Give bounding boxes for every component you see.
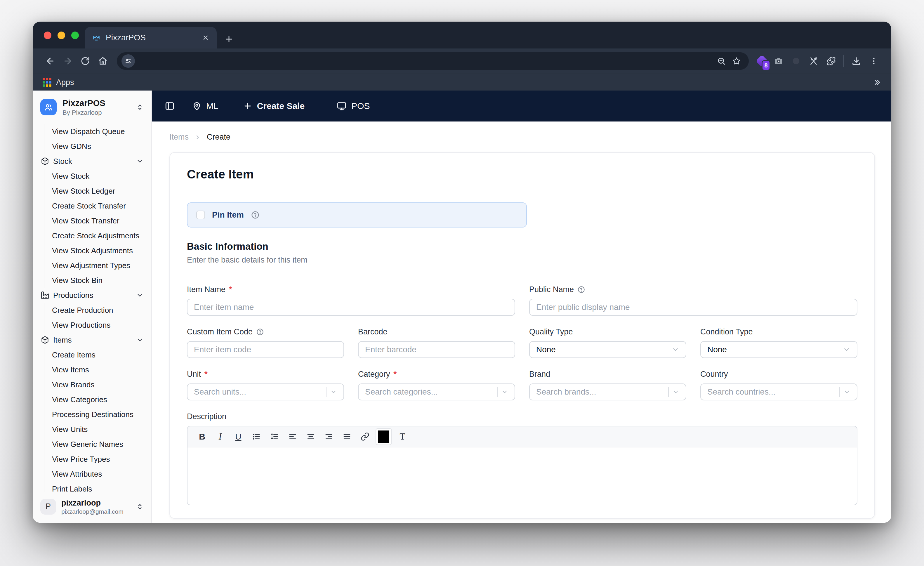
sidebar-item-view-attributes[interactable]: View Attributes (44, 467, 151, 482)
text-style-icon[interactable]: T (395, 429, 410, 444)
sidebar-item-view-stock-ledger[interactable]: View Stock Ledger (44, 184, 151, 198)
align-left-icon[interactable] (285, 429, 300, 444)
zoom-out-icon[interactable] (714, 53, 729, 69)
description-editor-body[interactable] (188, 447, 857, 504)
sidebar-item-create-stock-adjustments[interactable]: Create Stock Adjustments (44, 228, 151, 243)
sidebar-item-print-labels[interactable]: Print Labels (44, 482, 151, 492)
sidebar-item-view-stock[interactable]: View Stock (44, 169, 151, 184)
extensions-puzzle-icon[interactable] (822, 52, 840, 70)
field-public-name: Public Name (529, 285, 857, 316)
create-item-card: Create Item Pin Item Basic Information E… (170, 152, 875, 519)
sidebar-item-view-items[interactable]: View Items (44, 362, 151, 377)
brand-search-input[interactable] (536, 387, 664, 396)
sidebar-item-view-generic-names[interactable]: View Generic Names (44, 437, 151, 452)
unit-combobox[interactable] (187, 383, 344, 401)
quality-type-select[interactable]: None (529, 341, 686, 358)
sidebar-item-view-stock-transfer[interactable]: View Stock Transfer (44, 213, 151, 228)
back-icon[interactable] (42, 52, 59, 70)
underline-icon[interactable]: U (231, 429, 246, 444)
pin-item-box[interactable]: Pin Item (187, 203, 527, 228)
user-menu[interactable]: P pixzarloop pixzarloop@gmail.com (33, 492, 151, 523)
align-right-icon[interactable] (321, 429, 336, 444)
help-icon (578, 286, 585, 294)
bullet-list-icon[interactable] (249, 429, 264, 444)
sidebar-item-productions[interactable]: Productions (33, 288, 151, 303)
italic-icon[interactable]: I (213, 429, 228, 444)
address-bar[interactable] (117, 52, 749, 70)
fullscreen-window-button[interactable] (71, 32, 79, 39)
sidebar-item-view-units[interactable]: View Units (44, 422, 151, 437)
bookmark-apps[interactable]: Apps (56, 78, 74, 87)
bookmarks-overflow-icon[interactable] (873, 78, 881, 87)
disabled-extension-icon[interactable] (788, 52, 805, 70)
align-center-icon[interactable] (303, 429, 318, 444)
link-icon[interactable] (357, 429, 373, 444)
sidebar-item-view-productions[interactable]: View Productions (44, 318, 151, 333)
create-sale-button[interactable]: Create Sale (243, 101, 304, 111)
bookmark-star-icon[interactable] (729, 53, 744, 69)
workspace-switcher[interactable]: PixzarPOS By Pixzarloop (33, 90, 151, 122)
condition-type-select[interactable]: None (700, 341, 857, 358)
sidebar-item-view-price-types[interactable]: View Price Types (44, 452, 151, 467)
sidebar-item-view-adjustment-types[interactable]: View Adjustment Types (44, 258, 151, 273)
sidebar-item-view-stock-bin[interactable]: View Stock Bin (44, 273, 151, 288)
custom-item-code-input[interactable] (194, 345, 337, 354)
item-name-input[interactable] (194, 303, 508, 312)
category-search-input[interactable] (365, 387, 493, 396)
condition-type-label: Condition Type (700, 327, 753, 336)
required-asterisk: * (229, 285, 232, 294)
browser-menu-icon[interactable] (865, 52, 882, 70)
breadcrumb-items[interactable]: Items (170, 133, 189, 142)
sidebar: PixzarPOS By Pixzarloop View Dispatch Qu… (33, 90, 152, 523)
sidebar-item-view-stock-adjustments[interactable]: View Stock Adjustments (44, 243, 151, 258)
sidebar-item-items[interactable]: Items (33, 333, 151, 348)
country-combobox[interactable] (700, 383, 857, 401)
sidebar-item-create-production[interactable]: Create Production (44, 303, 151, 318)
sidebar-item-create-stock-transfer[interactable]: Create Stock Transfer (44, 198, 151, 213)
ordered-list-icon[interactable] (267, 429, 282, 444)
tab-close-icon[interactable] (202, 34, 209, 41)
unit-search-input[interactable] (194, 387, 322, 396)
package-icon (41, 336, 49, 344)
sidebar-item-label: View Stock Ledger (52, 187, 115, 196)
sidebar-item-processing-destinations[interactable]: Processing Destinations (44, 407, 151, 422)
sidebar-item-label: View Adjustment Types (52, 261, 130, 270)
editor-toolbar: BIUT (188, 426, 857, 447)
location-label: ML (206, 101, 219, 111)
brand-combobox[interactable] (529, 383, 686, 401)
color-swatch-icon[interactable] (375, 429, 392, 444)
pos-button[interactable]: POS (337, 101, 370, 111)
browser-tab[interactable]: PixzarPOS (85, 27, 217, 48)
sidebar-item-stock[interactable]: Stock (33, 154, 151, 169)
description-label: Description (187, 412, 226, 421)
sidebar-item-view-dispatch-queue[interactable]: View Dispatch Queue (44, 124, 151, 139)
sidebar-item-view-categories[interactable]: View Categories (44, 392, 151, 407)
minimize-window-button[interactable] (57, 32, 65, 39)
public-name-input[interactable] (536, 303, 850, 312)
sidebar-item-view-brands[interactable]: View Brands (44, 377, 151, 392)
sidebar-item-label: View Stock (52, 172, 89, 181)
forward-icon[interactable] (59, 52, 76, 70)
camera-extension-icon[interactable] (770, 52, 788, 70)
site-settings-icon[interactable] (122, 54, 135, 68)
close-window-button[interactable] (44, 32, 51, 39)
home-icon[interactable] (94, 52, 111, 70)
wallet-extension-icon[interactable]: 8 (754, 53, 770, 69)
sidebar-item-label: Items (53, 336, 72, 345)
category-combobox[interactable] (358, 383, 515, 401)
crossed-utensils-extension-icon[interactable] (805, 52, 822, 70)
align-justify-icon[interactable] (339, 429, 354, 444)
tab-favicon (92, 34, 100, 42)
downloads-icon[interactable] (848, 52, 865, 70)
barcode-input[interactable] (365, 345, 508, 354)
bold-icon[interactable]: B (195, 429, 210, 444)
country-search-input[interactable] (707, 387, 835, 396)
sidebar-toggle-icon[interactable] (165, 101, 175, 111)
app-byline: By Pixzarloop (63, 109, 130, 117)
pin-item-checkbox[interactable] (196, 210, 205, 219)
new-tab-button[interactable] (224, 35, 234, 44)
sidebar-item-create-items[interactable]: Create Items (44, 348, 151, 362)
reload-icon[interactable] (76, 52, 94, 70)
sidebar-item-view-gdns[interactable]: View GDNs (44, 139, 151, 154)
location-selector[interactable]: ML (192, 101, 219, 111)
